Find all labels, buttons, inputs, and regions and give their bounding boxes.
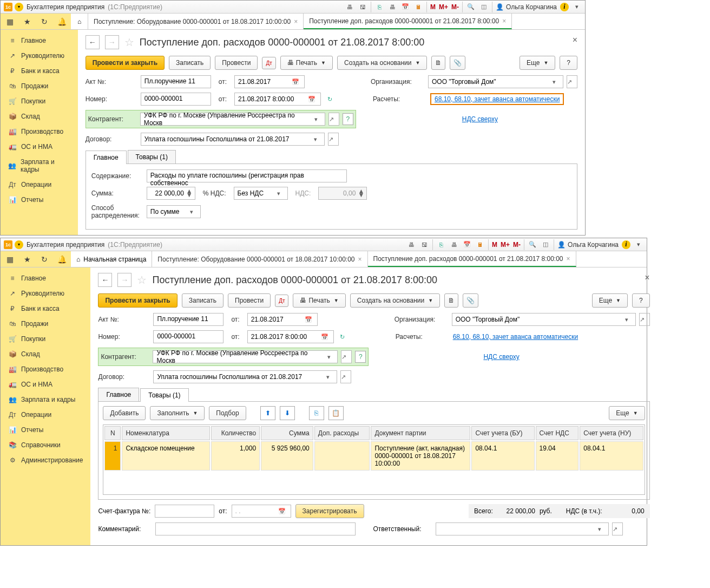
act-date-input[interactable]: 21.08.2017📅 (247, 313, 318, 326)
calc-icon[interactable]: 🖩 (475, 240, 485, 250)
pick-button[interactable]: Подбор (209, 406, 246, 420)
refresh-icon[interactable]: ↻ (337, 334, 348, 341)
forward-button[interactable]: → (105, 35, 119, 49)
menu-dropdown-icon[interactable]: ▾ (572, 2, 582, 12)
more-button[interactable]: Еще▼ (592, 293, 628, 308)
create-based-button[interactable]: Создать на основании▼ (337, 56, 427, 70)
sidebar-item-sales[interactable]: 🛍Продажи (1, 316, 90, 331)
calc-icon[interactable]: 🖩 (413, 2, 423, 12)
org-open-icon[interactable]: ↗ (639, 313, 650, 326)
dog-open-icon[interactable]: ↗ (328, 133, 339, 146)
star-icon[interactable]: ★ (22, 254, 32, 264)
app-menu-dropdown[interactable]: ▾ (15, 3, 23, 11)
sidebar-item-sales[interactable]: 🛍Продажи (1, 79, 78, 94)
col-acc-bu[interactable]: Счет учета (БУ) (471, 426, 534, 440)
sidebar-item-main[interactable]: ≡Главное (1, 271, 90, 286)
close-icon[interactable]: × (567, 255, 570, 263)
table-row[interactable]: 1 Складское помещение 1,000 5 925 960,00… (104, 441, 643, 471)
sheet-button[interactable]: 🗎 (431, 56, 445, 70)
contr-input[interactable]: УФК РФ по г. Москве (Управление Россреес… (140, 113, 325, 126)
org-open-icon[interactable]: ↗ (567, 75, 577, 88)
m-minus-icon[interactable]: M- (451, 3, 459, 11)
calendar-icon[interactable]: 📅 (303, 316, 314, 323)
refresh-icon[interactable]: ↻ (324, 96, 335, 103)
close-icon[interactable]: × (294, 18, 298, 25)
resp-open-icon[interactable]: ↗ (612, 522, 623, 535)
sidebar-item-bank[interactable]: ₽Банк и касса (1, 63, 78, 79)
post-close-button[interactable]: Провести и закрыть (98, 293, 177, 308)
zoom-icon[interactable]: 🔍 (466, 2, 476, 12)
toolbar-icon-2[interactable]: 🖶 (449, 240, 459, 250)
sf-date-input[interactable]: . .📅 (232, 505, 291, 518)
calc-link[interactable]: 68.10, 68.10, зачет аванса автоматически (430, 93, 564, 105)
sidebar-item-production[interactable]: 🏭Производство (1, 362, 90, 377)
sidebar-item-reports[interactable]: 📊Отчеты (1, 192, 78, 207)
move-down-button[interactable]: ⬇ (280, 406, 295, 420)
sidebar-item-production[interactable]: 🏭Производство (1, 124, 78, 139)
close-icon[interactable]: × (358, 256, 362, 263)
num-date-input[interactable]: 21.08.2017 8:00:00📅 (234, 93, 321, 106)
m-plus-icon[interactable]: M+ (501, 241, 510, 249)
sidebar-item-manager[interactable]: ↗Руководителю (1, 48, 78, 63)
more-button[interactable]: Еще▼ (520, 56, 555, 70)
paste-button[interactable]: 📋 (328, 406, 344, 420)
num-input[interactable]: 0000-000001 (153, 330, 223, 343)
tab-extra-expenses[interactable]: Поступление доп. расходов 0000-000001 от… (304, 14, 512, 29)
act-date-input[interactable]: 21.08.2017📅 (234, 75, 305, 88)
cell-n[interactable]: 1 (104, 441, 121, 471)
cell-qty[interactable]: 1,000 (211, 441, 260, 471)
save-icon[interactable]: 🖫 (419, 240, 429, 250)
favorite-icon[interactable]: ☆ (137, 273, 147, 286)
cell-ext[interactable] (314, 441, 370, 471)
toolbar-icon-2[interactable]: 🖶 (387, 2, 397, 12)
star-icon[interactable]: ★ (22, 17, 32, 27)
sheet-button[interactable]: 🗎 (444, 293, 458, 308)
m-minus-icon[interactable]: M- (513, 241, 521, 249)
sidebar-item-purchases[interactable]: 🛒Покупки (1, 331, 90, 347)
sum-input[interactable]: 22 000,00▲▼ (147, 187, 195, 200)
calc-link[interactable]: 68.10, 68.10, зачет аванса автоматически (453, 333, 578, 341)
toolbar-icon-1[interactable]: ⎘ (436, 240, 446, 250)
tab-goods[interactable]: Товары (1) (128, 150, 176, 164)
contr-input[interactable]: УФК РФ по г. Москве (Управление Россреес… (153, 350, 338, 363)
contr-help-icon[interactable]: ? (355, 351, 366, 363)
goods-table[interactable]: N Номенклатура Количество Сумма Доп. рас… (103, 424, 645, 495)
back-button[interactable]: ← (86, 35, 100, 49)
post-button[interactable]: Провести (215, 56, 258, 70)
user-label[interactable]: 👤Ольга Корчагина (496, 3, 557, 11)
dog-input[interactable]: Уплата госпошлины Госполшлина от 21.08.2… (153, 370, 337, 383)
contr-open-icon[interactable]: ↗ (328, 113, 339, 126)
apps-icon[interactable]: ▦ (5, 254, 15, 264)
m-plus-icon[interactable]: M+ (439, 3, 448, 11)
m-icon[interactable]: M (492, 241, 497, 249)
save-icon[interactable]: 🖫 (358, 2, 367, 12)
print-button[interactable]: 🖶Печать▼ (293, 293, 345, 308)
close-page-icon[interactable]: × (645, 273, 649, 283)
tab-extra-expenses[interactable]: Поступление доп. расходов 0000-000001 от… (368, 251, 576, 267)
close-page-icon[interactable]: × (573, 35, 577, 45)
write-button[interactable]: Записать (169, 56, 211, 70)
sidebar-item-salary[interactable]: 👥Зарплата и кадры (1, 392, 90, 407)
attach-button[interactable]: 📎 (450, 56, 465, 70)
bell-icon[interactable]: 🔔 (57, 17, 67, 27)
act-input[interactable]: Пл.поручение 11 (141, 75, 211, 88)
cell-doc[interactable]: Поступление (акт, накладная) 0000-000001… (371, 441, 470, 471)
sidebar-item-assets[interactable]: 🚛ОС и НМА (1, 139, 78, 154)
calendar-icon[interactable]: 📅 (462, 240, 472, 250)
sidebar-item-warehouse[interactable]: 📦Склад (1, 347, 90, 362)
m-icon[interactable]: M (430, 3, 436, 11)
write-button[interactable]: Записать (182, 293, 223, 308)
help-button[interactable]: ? (560, 56, 577, 70)
home-tab[interactable]: ⌂ (71, 14, 88, 29)
content-input[interactable]: Расходы по уплате госпошлины (регистраци… (147, 169, 347, 182)
comment-input[interactable] (155, 522, 356, 535)
vat-link[interactable]: НДС сверху (483, 353, 519, 361)
sidebar-item-operations[interactable]: ДтОперации (1, 177, 78, 192)
col-qty[interactable]: Количество (211, 426, 260, 440)
app-menu-dropdown[interactable]: ▾ (15, 240, 23, 249)
contr-open-icon[interactable]: ↗ (341, 350, 352, 363)
info-icon[interactable]: i (622, 240, 630, 249)
num-date-input[interactable]: 21.08.2017 8:00:00📅 (247, 330, 334, 343)
sidebar-item-purchases[interactable]: 🛒Покупки (1, 94, 78, 109)
dtkt-button[interactable]: Дт (262, 57, 275, 69)
